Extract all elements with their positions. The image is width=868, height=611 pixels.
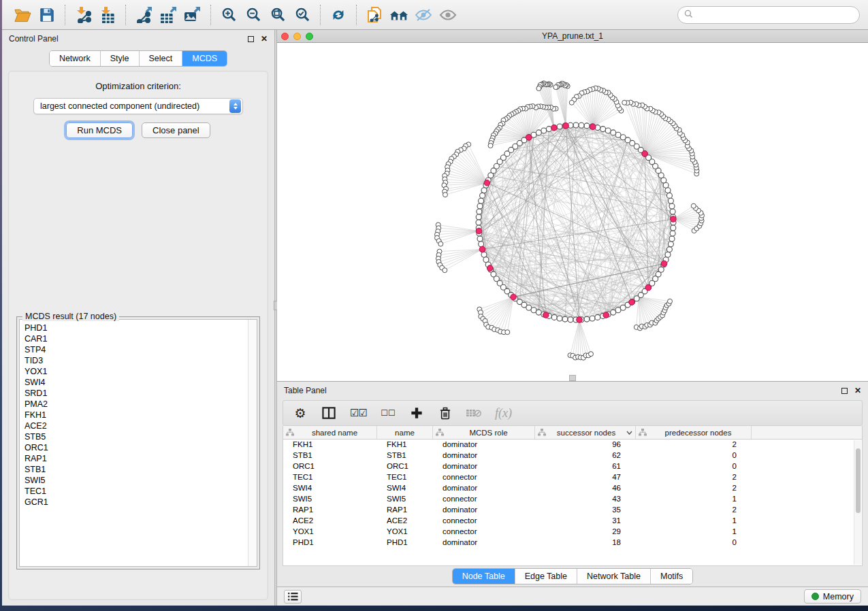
save-session-button[interactable] — [35, 3, 59, 27]
cell-shared-name: FKH1 — [283, 440, 377, 450]
network-titlebar: YPA_prune.txt_1 — [277, 30, 868, 43]
cell-shared-name: STB1 — [283, 450, 377, 461]
export-table-button[interactable] — [156, 3, 180, 27]
hide-selected-button[interactable] — [411, 3, 436, 27]
float-panel-icon[interactable] — [248, 36, 254, 42]
status-bar: Memory — [277, 587, 868, 606]
mcds-result-item[interactable]: GCR1 — [25, 497, 248, 508]
import-table-button[interactable] — [95, 3, 120, 27]
tab-node-table[interactable]: Node Table — [453, 569, 515, 584]
close-panel-button[interactable]: Close panel — [142, 122, 210, 138]
deselect-all-checks-icon[interactable]: ☐☐ — [381, 405, 396, 421]
cell-successor-nodes: 96 — [535, 440, 636, 450]
table-row[interactable]: SWI5SWI5connector431 — [283, 494, 862, 505]
table-header-row: shared namenameMCDS rolesuccessor nodesp… — [283, 426, 862, 440]
mcds-result-item[interactable]: STB1 — [25, 464, 248, 475]
mcds-result-item[interactable]: TEC1 — [25, 486, 248, 497]
column-header-successor-nodes[interactable]: successor nodes — [535, 426, 636, 439]
open-session-button[interactable] — [10, 3, 35, 27]
toolbar-separator — [65, 5, 65, 25]
table-mode-gear-icon[interactable]: ⚙ — [293, 405, 308, 421]
select-all-checks-icon[interactable]: ☑☑ — [350, 405, 367, 421]
delete-column-icon[interactable] — [438, 405, 453, 421]
table-row[interactable]: ORC1ORC1dominator610 — [283, 461, 862, 472]
tab-network[interactable]: Network — [50, 51, 101, 66]
cell-shared-name: ACE2 — [283, 516, 377, 527]
horizontal-splitter-grip[interactable] — [569, 375, 576, 381]
first-neighbors-button[interactable] — [387, 3, 411, 27]
search-box[interactable] — [677, 6, 860, 24]
column-header-predecessor-nodes[interactable]: predecessor nodes — [636, 426, 752, 439]
refresh-button[interactable] — [326, 3, 351, 27]
search-input[interactable] — [696, 10, 853, 20]
tab-mcds[interactable]: MCDS — [182, 51, 227, 66]
cell-successor-nodes: 18 — [535, 538, 636, 548]
column-header-name[interactable]: name — [377, 426, 433, 439]
mcds-result-item[interactable]: FKH1 — [25, 410, 248, 420]
mcds-result-item[interactable]: SWI5 — [25, 475, 248, 486]
table-row[interactable]: ACE2ACE2connector311 — [283, 516, 862, 527]
table-row[interactable]: YOX1YOX1connector291 — [283, 527, 862, 538]
table-row[interactable]: TEC1TEC1connector472 — [283, 472, 862, 483]
float-table-panel-icon[interactable] — [841, 388, 848, 394]
cell-successor-nodes: 35 — [535, 505, 636, 516]
export-network-icon — [135, 6, 152, 23]
mcds-result-item[interactable]: ACE2 — [25, 420, 248, 431]
show-all-button[interactable] — [436, 3, 460, 27]
mcds-result-item[interactable]: STP4 — [25, 344, 248, 355]
import-network-button[interactable] — [71, 3, 95, 27]
table-row[interactable]: SWI4SWI4dominator462 — [283, 483, 862, 494]
zoom-in-button[interactable] — [216, 3, 241, 27]
table-panel-title: Table Panel — [284, 386, 327, 395]
mcds-result-item[interactable]: PMA2 — [25, 399, 248, 410]
zoom-out-button[interactable] — [241, 3, 266, 27]
mcds-result-item[interactable]: STB5 — [25, 431, 248, 442]
task-history-button[interactable] — [284, 590, 302, 604]
table-scrollbar[interactable] — [854, 440, 861, 565]
tab-select[interactable]: Select — [140, 51, 183, 66]
mcds-result-item[interactable]: TID3 — [25, 355, 248, 366]
show-columns-icon[interactable] — [321, 405, 336, 421]
network-canvas[interactable] — [277, 43, 868, 381]
mcds-result-list[interactable]: PHD1CAR1STP4TID3YOX1SWI4SRD1PMA2FKH1ACE2… — [20, 320, 248, 566]
toolbar-separator — [210, 5, 211, 25]
tab-style[interactable]: Style — [101, 51, 140, 66]
cell-MCDS-role: dominator — [433, 505, 535, 516]
table-tabs: Node TableEdge TableNetwork TableMotifs — [452, 568, 694, 584]
result-scrollbar[interactable] — [248, 320, 257, 566]
table-row[interactable]: RAP1RAP1dominator352 — [283, 505, 862, 516]
add-column-icon[interactable] — [409, 405, 424, 421]
cell-MCDS-role: connector — [433, 516, 535, 527]
tab-edge-table[interactable]: Edge Table — [515, 569, 577, 584]
memory-button[interactable]: Memory — [804, 589, 861, 604]
close-panel-icon[interactable]: ✕ — [261, 35, 268, 43]
cell-shared-name: YOX1 — [283, 527, 377, 538]
column-header-shared-name[interactable]: shared name — [283, 426, 377, 439]
mcds-result-item[interactable]: SWI4 — [25, 377, 248, 388]
table-row[interactable]: STB1STB1dominator620 — [283, 450, 862, 461]
zoom-selected-button[interactable] — [290, 3, 315, 27]
save-session-icon — [39, 7, 54, 22]
list-icon — [288, 593, 298, 601]
export-image-button[interactable] — [180, 3, 205, 27]
mcds-result-item[interactable]: YOX1 — [25, 366, 248, 377]
tab-motifs[interactable]: Motifs — [651, 569, 692, 584]
table-row[interactable]: PHD1PHD1dominator180 — [283, 538, 862, 548]
cell-successor-nodes: 43 — [535, 494, 636, 505]
network-graph[interactable] — [277, 43, 866, 381]
zoom-fit-button[interactable] — [266, 3, 290, 27]
export-network-button[interactable] — [131, 3, 156, 27]
mcds-result-item[interactable]: ORC1 — [25, 442, 248, 453]
mcds-result-item[interactable]: PHD1 — [25, 323, 248, 333]
duplicate-network-button[interactable] — [362, 3, 387, 27]
column-header-MCDS-role[interactable]: MCDS role — [433, 426, 535, 439]
close-table-panel-icon[interactable]: ✕ — [854, 386, 861, 395]
mcds-result-item[interactable]: SRD1 — [25, 388, 248, 399]
mcds-result-item[interactable]: RAP1 — [25, 453, 248, 464]
run-mcds-button[interactable]: Run MCDS — [66, 122, 133, 138]
table-row[interactable]: FKH1FKH1dominator962 — [283, 440, 862, 450]
criterion-dropdown[interactable]: largest connected component (undirected) — [33, 98, 243, 114]
mcds-result-item[interactable]: CAR1 — [25, 333, 248, 344]
tab-network-table[interactable]: Network Table — [577, 569, 651, 584]
toolbar-icon-groups — [10, 3, 460, 27]
